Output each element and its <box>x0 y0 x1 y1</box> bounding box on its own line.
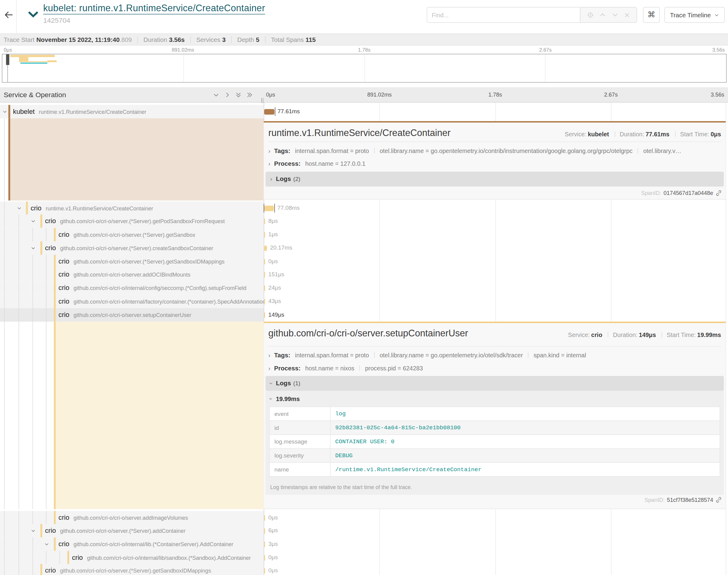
process-tag: host.name = 127.0.0.1 <box>305 160 365 167</box>
span-row[interactable]: criogithub.com/cri-o/cri-o/server.(*Serv… <box>0 214 728 228</box>
service-name: crio <box>45 244 56 251</box>
span-detail-title: github.com/cri-o/cri-o/server.setupConta… <box>268 328 468 339</box>
operation-name: github.com/cri-o/cri-o/server.(*Server).… <box>73 258 225 265</box>
span-row[interactable]: crioruntime.v1.RuntimeService/CreateCont… <box>0 201 728 215</box>
span-row[interactable]: criogithub.com/cri-o/cri-o/internal/fact… <box>0 295 728 308</box>
link-icon[interactable] <box>716 497 722 503</box>
service-color-bar <box>40 214 42 228</box>
row-chevron-icon[interactable] <box>2 109 8 114</box>
span-detail-panel-crio: github.com/cri-o/cri-o/server.setupConta… <box>264 322 726 509</box>
service-label: Service: <box>568 331 590 338</box>
span-duration-bar[interactable] <box>264 515 265 520</box>
span-detail-panel-kubelet: runtime.v1.RuntimeService/CreateContaine… <box>264 121 726 199</box>
span-duration-label: 0μs <box>268 255 278 268</box>
operation-name: github.com/cri-o/cri-o/internal/lib/sand… <box>87 555 251 561</box>
service-name: crio <box>59 258 70 265</box>
service-name: crio <box>59 231 70 238</box>
logs-accordion[interactable]: ›Logs(1) <box>265 376 724 391</box>
log-row: log.messageCONTAINER USER: 0 <box>269 435 720 449</box>
start-time-value: 19.99ms <box>697 331 721 338</box>
span-duration-bar[interactable] <box>264 245 267 251</box>
row-chevron-icon[interactable] <box>31 528 36 533</box>
process-accordion[interactable]: ›Process:host.name = 127.0.0.1 <box>268 160 721 168</box>
operation-name: github.com/cri-o/cri-o/server.(*Server).… <box>60 528 186 534</box>
log-row: eventlog <box>269 407 720 421</box>
span-duration-label: 77.08ms <box>277 201 299 215</box>
span-id-label: SpanID: <box>641 190 661 196</box>
operation-name: github.com/cri-o/cri-o/server.(*Server).… <box>60 245 213 251</box>
span-id-value: 0174567d17a0448e <box>664 190 713 196</box>
span-duration-bar[interactable] <box>264 568 265 573</box>
service-color-bar <box>54 255 56 268</box>
logs-label: Logs <box>276 175 291 182</box>
span-duration-bar[interactable] <box>264 259 265 264</box>
span-duration-bar[interactable] <box>264 528 265 533</box>
span-row[interactable]: criogithub.com/cri-o/cri-o/internal/lib/… <box>0 551 728 564</box>
span-row[interactable]: criogithub.com/cri-o/cri-o/server.(*Serv… <box>0 228 728 241</box>
span-duration-bar[interactable] <box>264 555 265 561</box>
chevron-right-icon: › <box>268 160 271 167</box>
operation-name: github.com/cri-o/cri-o/server.addImageVo… <box>73 515 188 521</box>
tags-accordion[interactable]: ›Tags:internal.span.format = protootel.l… <box>268 147 721 156</box>
span-duration-bar[interactable] <box>264 541 265 547</box>
span-duration-label: 8μs <box>268 214 278 228</box>
span-duration-bar[interactable] <box>264 285 265 291</box>
log-entry-header[interactable]: ›19.99ms <box>270 395 300 402</box>
service-color-bar <box>54 322 56 509</box>
span-duration-bar[interactable] <box>264 218 265 224</box>
span-row[interactable]: kubeletruntime.v1.RuntimeService/CreateC… <box>0 105 728 118</box>
process-accordion[interactable]: ›Process:host.name = nixosprocess.pid = … <box>268 365 721 373</box>
row-chevron-icon[interactable] <box>31 218 36 224</box>
logs-accordion[interactable]: ›Logs(2) <box>265 172 724 187</box>
service-color-bar <box>54 295 56 308</box>
operation-name: github.com/cri-o/cri-o/server.(*Server).… <box>73 232 195 238</box>
service-label: Service: <box>565 131 587 138</box>
span-row[interactable]: criogithub.com/cri-o/cri-o/server.(*Serv… <box>0 524 728 537</box>
span-duration-bar[interactable] <box>264 312 265 317</box>
span-duration-bar[interactable] <box>264 109 274 114</box>
service-color-bar <box>54 537 56 551</box>
span-row[interactable]: criogithub.com/cri-o/cri-o/server.(*Serv… <box>0 564 728 575</box>
span-duration-label: 77.61ms <box>277 105 300 118</box>
tag: otel.library.v… <box>643 147 682 155</box>
service-color-bar <box>54 281 56 295</box>
span-duration-bar[interactable] <box>264 272 265 277</box>
service-name: crio <box>45 217 56 224</box>
span-row[interactable]: criogithub.com/cri-o/cri-o/internal/conf… <box>0 281 728 295</box>
operation-name: github.com/cri-o/cri-o/internal/factory/… <box>73 298 264 305</box>
service-color-bar <box>54 268 56 281</box>
span-row[interactable]: criogithub.com/cri-o/cri-o/server.addOCI… <box>0 268 728 281</box>
span-duration-label: 24μs <box>268 281 281 295</box>
span-duration-bar[interactable] <box>264 205 274 211</box>
span-id-row: SpanID:51cf7f38e5128574 <box>644 497 722 503</box>
chevron-down-icon: › <box>268 398 275 400</box>
row-chevron-icon[interactable] <box>44 542 49 547</box>
span-detail-title: runtime.v1.RuntimeService/CreateContaine… <box>268 128 451 138</box>
span-duration-label: 0μs <box>268 511 278 524</box>
service-color-bar <box>40 524 42 537</box>
service-color-bar <box>40 241 42 255</box>
link-icon[interactable] <box>716 190 722 196</box>
tag: internal.span.format = proto <box>295 352 369 359</box>
chevron-right-icon: › <box>268 147 271 155</box>
span-row[interactable]: criogithub.com/cri-o/cri-o/internal/lib.… <box>0 537 728 551</box>
row-chevron-icon[interactable] <box>17 206 22 211</box>
row-chevron-icon[interactable] <box>31 246 36 251</box>
span-row[interactable]: criogithub.com/cri-o/cri-o/server.(*Serv… <box>0 241 728 255</box>
span-id-row: SpanID:0174567d17a0448e <box>641 190 722 196</box>
tags-accordion[interactable]: ›Tags:internal.span.format = protootel.l… <box>268 352 721 360</box>
span-duration-bar[interactable] <box>264 232 265 237</box>
service-color-bar <box>67 551 69 564</box>
span-row[interactable]: criogithub.com/cri-o/cri-o/server.setupC… <box>0 308 728 322</box>
span-duration-label: 0μs <box>268 551 278 564</box>
span-detail-filler <box>56 322 264 509</box>
span-duration-bar[interactable] <box>264 299 265 304</box>
logs-content: ›19.99ms eventlog id92b82381-025c-4a64-8… <box>265 391 724 495</box>
span-duration-label: 43μs <box>268 295 281 308</box>
service-name: crio <box>59 311 70 318</box>
span-duration-label: 0μs <box>268 564 278 575</box>
service-name: crio <box>59 284 70 292</box>
span-row[interactable]: criogithub.com/cri-o/cri-o/server.addIma… <box>0 511 728 524</box>
start-time-label: Start Time: <box>680 131 709 138</box>
span-row[interactable]: criogithub.com/cri-o/cri-o/server.(*Serv… <box>0 255 728 268</box>
